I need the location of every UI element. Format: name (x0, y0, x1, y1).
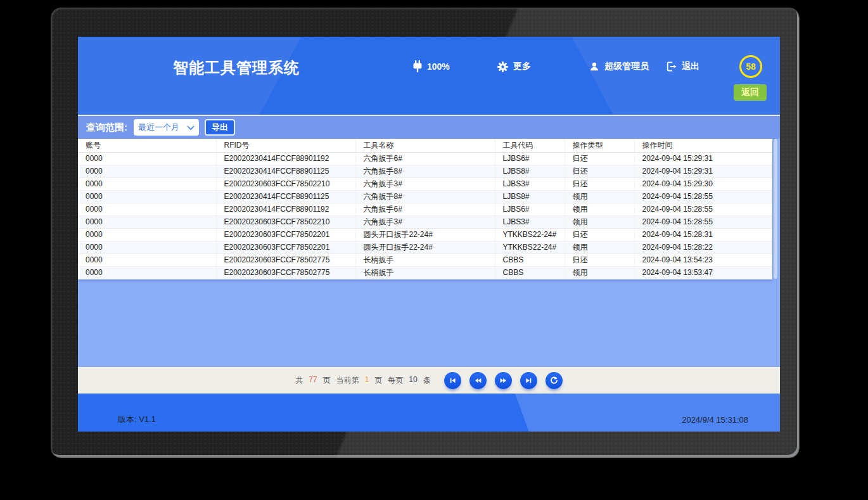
table-cell: 0000 (78, 215, 216, 228)
user-menu[interactable]: 超级管理员 (589, 60, 649, 74)
table-cell: E20020230414FCCF88901192 (216, 203, 355, 215)
first-page-button[interactable] (444, 372, 461, 389)
table-cell: 2024-09-04 15:28:55 (634, 215, 772, 228)
gear-icon (497, 61, 509, 73)
table-row[interactable]: 0000E20020230414FCCF88901192六角扳手6#LJBS6#… (78, 203, 772, 215)
column-header: RFID号 (216, 139, 355, 152)
table-row[interactable]: 0000E20020230414FCCF88901192六角扳手6#LJBS6#… (78, 152, 772, 165)
battery-level: 100% (427, 61, 450, 72)
version-label: 版本: (118, 414, 137, 424)
table-cell: 0000 (78, 253, 216, 266)
table-row[interactable]: 0000E20020230414FCCF88901125六角扳手8#LJBS8#… (78, 165, 772, 177)
logout-button[interactable]: 退出 (666, 60, 699, 74)
table-cell: 2024-09-04 13:53:47 (634, 266, 772, 279)
prev-page-button[interactable] (469, 372, 487, 389)
export-button[interactable]: 导出 (205, 119, 235, 136)
table-cell: LJBS3# (495, 177, 565, 190)
date-range-select[interactable]: 最近一个月 (134, 119, 199, 136)
table-cell: 2024-09-04 15:28:22 (634, 241, 772, 253)
table-cell: 领用 (565, 241, 634, 253)
table-cell: YTKKBS22-24# (495, 241, 565, 253)
pagination-info: 共 77 页 当前第 1 页 每页 10 条 (295, 375, 430, 386)
table-row[interactable]: 0000E20020230603FCCF78502210六角扳手3#LJBS3#… (78, 177, 772, 190)
current-page: 1 (365, 375, 369, 386)
more-button[interactable]: 更多 (497, 60, 531, 74)
table-cell: 归还 (565, 253, 634, 266)
table-cell: 领用 (565, 215, 634, 228)
back-button[interactable]: 返回 (734, 84, 767, 101)
table-cell: 六角扳手6# (355, 203, 495, 215)
version-value: V1.1 (139, 414, 156, 424)
table-row[interactable]: 0000E20020230603FCCF78502775长柄扳手CBBS归还20… (78, 253, 772, 266)
chevron-down-icon (187, 123, 195, 132)
refresh-button[interactable] (546, 372, 563, 389)
query-range-label: 查询范围: (86, 122, 127, 134)
table-cell: E20020230603FCCF78502210 (216, 177, 355, 190)
refresh-icon (549, 376, 559, 385)
prev-page-icon (473, 376, 483, 385)
table-cell: E20020230603FCCF78502210 (216, 215, 355, 228)
app-footer: 版本: V1.1 2024/9/4 15:31:08 (78, 394, 780, 432)
table-cell: 长柄扳手 (355, 253, 495, 266)
power-plug-icon (412, 60, 423, 73)
user-label: 超级管理员 (604, 61, 649, 72)
table-cell: E20020230603FCCF78502775 (216, 253, 355, 266)
records-table-wrap: 账号RFID号工具名称工具代码操作类型操作时间 0000E20020230414… (78, 139, 780, 279)
clock-text: 2024/9/4 15:31:08 (682, 415, 748, 425)
table-cell: 圆头开口扳手22-24# (355, 228, 495, 241)
table-cell: 0000 (78, 177, 216, 190)
table-cell: 0000 (78, 165, 216, 177)
table-cell: 六角扳手3# (355, 215, 495, 228)
page-title: 智能工具管理系统 (173, 58, 300, 78)
table-cell: 圆头开口扳手22-24# (355, 241, 495, 253)
table-row[interactable]: 0000E20020230603FCCF78502210六角扳手3#LJBS3#… (78, 215, 772, 228)
next-page-button[interactable] (495, 372, 512, 389)
table-row[interactable]: 0000E20020230603FCCF78502201圆头开口扳手22-24#… (78, 228, 772, 241)
table-cell: 六角扳手8# (355, 190, 495, 203)
table-cell: 领用 (565, 190, 634, 203)
table-head-row: 账号RFID号工具名称工具代码操作类型操作时间 (78, 139, 772, 152)
battery-status: 100% (412, 60, 450, 74)
table-cell: LJBS8# (495, 190, 565, 203)
table-body: 0000E20020230414FCCF88901192六角扳手6#LJBS6#… (78, 152, 772, 279)
current-label: 当前第 (336, 375, 359, 386)
table-row[interactable]: 0000E20020230603FCCF78502201圆头开口扳手22-24#… (78, 241, 772, 253)
table-cell: 0000 (78, 190, 216, 203)
app-screen: 智能工具管理系统 100% (78, 37, 780, 432)
next-page-icon (499, 376, 508, 385)
table-row[interactable]: 0000E20020230603FCCF78502775长柄扳手CBBS领用20… (78, 266, 772, 279)
table-row[interactable]: 0000E20020230414FCCF88901125六角扳手8#LJBS8#… (78, 190, 772, 203)
table-cell: 六角扳手6# (355, 152, 495, 165)
total-label: 共 (295, 375, 303, 386)
column-header: 账号 (78, 139, 216, 152)
table-cell: 0000 (78, 241, 216, 253)
table-cell: 归还 (565, 177, 634, 190)
table-cell: E20020230414FCCF88901125 (216, 165, 355, 177)
table-cell: 六角扳手8# (355, 165, 495, 177)
table-cell: 归还 (565, 152, 634, 165)
table-cell: 2024-09-04 15:28:55 (634, 190, 772, 203)
table-cell: 2024-09-04 15:29:31 (634, 152, 772, 165)
table-cell: 2024-09-04 15:29:30 (634, 177, 772, 190)
table-cell: 2024-09-04 15:28:55 (634, 203, 772, 215)
table-cell: 领用 (565, 266, 634, 279)
table-cell: E20020230414FCCF88901192 (216, 152, 355, 165)
per-page-unit: 条 (423, 375, 431, 386)
table-cell: LJBS6# (495, 152, 565, 165)
date-range-value: 最近一个月 (138, 122, 179, 133)
table-cell: 归还 (565, 228, 634, 241)
table-cell: YTKKBS22-24# (495, 228, 565, 241)
pagination-bar: 共 77 页 当前第 1 页 每页 10 条 (78, 367, 780, 394)
app-header: 智能工具管理系统 100% (78, 37, 780, 115)
table-cell: LJBS6# (495, 203, 565, 215)
table-cell: 长柄扳手 (355, 266, 495, 279)
query-bar: 查询范围: 最近一个月 导出 (78, 115, 780, 139)
total-pages: 77 (309, 375, 317, 386)
per-page-label: 每页 (388, 375, 403, 386)
table-scrollbar[interactable] (774, 139, 777, 279)
tablet-frame: 智能工具管理系统 100% (51, 8, 800, 458)
last-page-button[interactable] (520, 372, 537, 389)
table-cell: CBBS (495, 266, 565, 279)
current-unit: 页 (374, 375, 382, 386)
more-label: 更多 (513, 61, 531, 72)
